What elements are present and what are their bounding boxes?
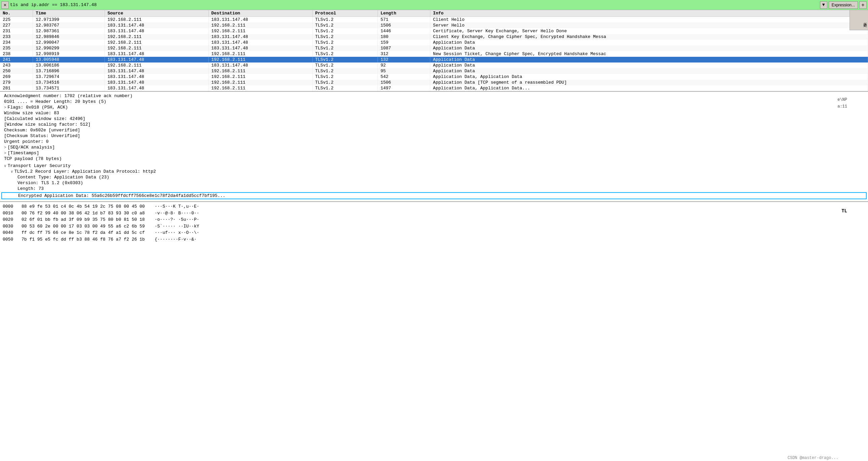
table-row[interactable]: 28113.734571183.131.147.48192.168.2.111T… — [0, 85, 868, 91]
cell-length: 1506 — [377, 23, 430, 28]
hex-ascii: ·o····?· ·5u···P· — [155, 217, 199, 223]
table-row[interactable]: 23412.990047192.168.2.111183.131.147.48T… — [0, 40, 868, 45]
cell-info: New Session Ticket, Change Cipher Spec, … — [430, 51, 868, 57]
cell-info: Client Key Exchange, Change Cipher Spec,… — [430, 34, 868, 40]
filter-dropdown-button[interactable]: ▼ — [820, 1, 827, 9]
detail-line: Checksum: 0x602e [unverified] — [0, 127, 868, 133]
cell-info: Application Data — [430, 40, 868, 45]
hex-line: 0040ff dc ff 75 66 ce 8e 1c 78 f2 da 4f … — [3, 230, 865, 236]
packet-list: No. Time Source Destination Protocol Len… — [0, 10, 868, 92]
cell-time: 13.734516 — [33, 79, 104, 85]
expand-arrow-icon[interactable]: > — [4, 105, 6, 109]
hex-ascii: ·S`····· ··IU··kY — [155, 223, 199, 230]
cell-protocol: TLSv1.2 — [312, 79, 377, 85]
expand-arrow-icon[interactable]: > — [4, 151, 6, 155]
cell-info: Client Hello — [430, 17, 868, 23]
cell-protocol: TLSv1.2 — [312, 63, 377, 68]
col-header-no: No. — [0, 10, 33, 17]
cell-destination: 183.131.147.48 — [209, 63, 312, 68]
col-header-time: Time — [33, 10, 104, 17]
cell-protocol: TLSv1.2 — [312, 74, 377, 79]
cell-protocol: TLSv1.2 — [312, 40, 377, 45]
cell-length: 542 — [377, 74, 430, 79]
detail-text: Checksum: 0x602e [unverified] — [4, 128, 80, 133]
cell-time: 13.729674 — [33, 74, 104, 79]
tl-label: TL — [841, 208, 847, 214]
table-row[interactable]: 27913.734516183.131.147.48192.168.2.111T… — [0, 79, 868, 85]
cell-info: Application Data — [430, 68, 868, 74]
detail-line[interactable]: ∨ Transport Layer Security — [0, 163, 868, 169]
detail-line: Length: 73 — [0, 186, 868, 192]
cell-length: 95 — [377, 68, 430, 74]
cell-time: 13.734571 — [33, 85, 104, 91]
filter-clear-button[interactable]: ✕ — [1, 1, 9, 9]
detail-line[interactable]: > [Timestamps] — [0, 150, 868, 156]
hex-ascii: ·v··@·8· B····0·· — [155, 210, 199, 217]
table-row[interactable]: 26913.729674183.131.147.48192.168.2.111T… — [0, 74, 868, 79]
table-row[interactable]: 23512.990299192.168.2.111183.131.147.48T… — [0, 45, 868, 51]
detail-line[interactable]: ∨ TLSv1.2 Record Layer: Application Data… — [0, 169, 868, 174]
cell-length: 1087 — [377, 45, 430, 51]
cell-no: 243 — [0, 63, 33, 68]
collapse-arrow-icon[interactable]: ∨ — [11, 169, 13, 174]
detail-line[interactable]: > [SEQ/ACK analysis] — [0, 144, 868, 150]
cell-protocol: TLSv1.2 — [312, 34, 377, 40]
hex-ascii: ···uf··· x··O··\· — [155, 230, 199, 236]
cell-destination: 192.168.2.111 — [209, 79, 312, 85]
detail-text: Content Type: Application Data (23) — [18, 175, 109, 180]
cell-no: 231 — [0, 28, 33, 34]
table-row[interactable]: 24113.005948183.131.147.48192.168.2.111T… — [0, 57, 868, 63]
table-row[interactable]: 23112.987361183.131.147.48192.168.2.111T… — [0, 28, 868, 34]
history-label: 历史 — [850, 10, 868, 30]
cell-no: 281 — [0, 85, 33, 91]
hex-line: 00507b f1 95 e5 fc dd ff b3 88 46 f8 76 … — [3, 236, 865, 243]
cell-source: 183.131.147.48 — [104, 28, 209, 34]
table-header-row: No. Time Source Destination Protocol Len… — [0, 10, 868, 17]
table-row[interactable]: 23812.998919183.131.147.48192.168.2.111T… — [0, 51, 868, 57]
cell-info: Application Data [TCP segment of a reass… — [430, 79, 868, 85]
filter-input[interactable] — [10, 2, 818, 7]
detail-text: Flags: 0x018 (PSH, ACK) — [8, 105, 68, 110]
collapse-arrow-icon[interactable]: ∨ — [4, 164, 6, 168]
hex-bytes: ff dc ff 75 66 ce 8e 1c 78 f2 da 4f a1 d… — [22, 230, 149, 236]
cell-info: Application Data — [430, 45, 868, 51]
cell-time: 12.983767 — [33, 23, 104, 28]
packet-detail: Acknowledgment number: 1702 (relative ac… — [0, 92, 868, 202]
cell-info: Application Data, Application Data — [430, 74, 868, 79]
detail-text: [Timestamps] — [8, 151, 39, 156]
expression-button[interactable]: Expression... — [829, 1, 858, 9]
detail-line[interactable]: > Flags: 0x018 (PSH, ACK) — [0, 104, 868, 110]
cell-source: 183.131.147.48 — [104, 23, 209, 28]
a11-label: a:11 — [837, 104, 847, 109]
cell-length: 1506 — [377, 79, 430, 85]
cell-time: 12.987361 — [33, 28, 104, 34]
table-row[interactable]: 22712.983767183.131.147.48192.168.2.111T… — [0, 23, 868, 28]
add-filter-button[interactable]: + — [859, 1, 867, 9]
cell-protocol: TLSv1.2 — [312, 28, 377, 34]
detail-text: Version: TLS 1.2 (0x0303) — [18, 180, 83, 186]
hex-ascii: ···S···K T·,u··E· — [155, 203, 199, 210]
detail-line: Urgent pointer: 0 — [0, 139, 868, 144]
cell-info: Server Hello — [430, 23, 868, 28]
cell-protocol: TLSv1.2 — [312, 45, 377, 51]
detail-line: [Window size scaling factor: 512] — [0, 122, 868, 127]
cell-time: 13.716896 — [33, 68, 104, 74]
detail-line: Window size value: 83 — [0, 110, 868, 116]
cell-length: 159 — [377, 40, 430, 45]
cell-no: 241 — [0, 57, 33, 63]
detail-line: Encrypted Application Data: 55a6c26b59ff… — [1, 192, 867, 199]
cell-time: 12.998919 — [33, 51, 104, 57]
table-row[interactable]: 25013.716896183.131.147.48192.168.2.111T… — [0, 68, 868, 74]
table-row[interactable]: 23312.989846192.168.2.111183.131.147.48T… — [0, 34, 868, 40]
cell-no: 234 — [0, 40, 33, 45]
table-row[interactable]: 22512.971399192.168.2.111183.131.147.48T… — [0, 17, 868, 23]
packet-table: No. Time Source Destination Protocol Len… — [0, 10, 868, 91]
detail-text: 0101 .... = Header Length: 20 bytes (5) — [4, 99, 106, 104]
detail-text: Transport Layer Security — [8, 163, 71, 168]
table-row[interactable]: 24313.006186192.168.2.111183.131.147.48T… — [0, 63, 868, 68]
expand-arrow-icon[interactable]: > — [4, 145, 6, 150]
detail-text: TLSv1.2 Record Layer: Application Data P… — [14, 169, 156, 174]
cell-destination: 192.168.2.111 — [209, 74, 312, 79]
filter-bar: ✕ ▼ Expression... + — [0, 0, 868, 10]
cell-length: 312 — [377, 51, 430, 57]
